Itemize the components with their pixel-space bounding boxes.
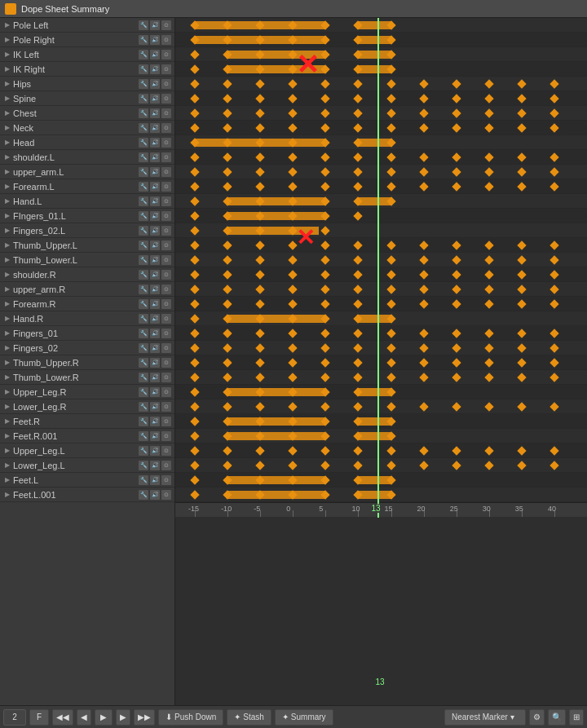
bone-icon-restrict[interactable]: ⊙ <box>161 196 171 206</box>
bone-icon-speaker[interactable]: 🔊 <box>150 94 160 104</box>
keyframe-diamond[interactable] <box>452 108 461 117</box>
expand-arrow[interactable]: ▶ <box>3 388 11 396</box>
keyframe-diamond[interactable] <box>223 461 232 470</box>
bone-icon-speaker[interactable]: 🔊 <box>150 255 160 265</box>
keyframe-diamond[interactable] <box>289 123 298 132</box>
bone-icon-restrict[interactable]: ⊙ <box>161 35 171 45</box>
keyframe-diamond[interactable] <box>517 329 526 338</box>
bone-icon-speaker[interactable]: 🔊 <box>150 343 160 353</box>
expand-arrow[interactable]: ▶ <box>3 183 11 191</box>
keyframe-diamond[interactable] <box>321 270 330 279</box>
expand-arrow[interactable]: ▶ <box>3 447 11 455</box>
keyframe-diamond[interactable] <box>354 329 363 338</box>
expand-arrow[interactable]: ▶ <box>3 417 11 426</box>
keyframe-diamond[interactable] <box>452 182 461 191</box>
bone-icon-restrict[interactable]: ⊙ <box>161 123 171 133</box>
expand-arrow[interactable]: ▶ <box>3 227 11 235</box>
bone-icon-wrench[interactable]: 🔧 <box>139 255 148 265</box>
bone-icon-speaker[interactable]: 🔊 <box>150 240 160 250</box>
bone-icon-wrench[interactable]: 🔧 <box>139 431 148 441</box>
bone-icon-restrict[interactable]: ⊙ <box>161 329 171 338</box>
bone-icon-restrict[interactable]: ⊙ <box>161 211 171 221</box>
keyframe-diamond[interactable] <box>386 373 395 382</box>
keyframe-diamond[interactable] <box>256 182 265 191</box>
keyframe-diamond[interactable] <box>256 446 265 455</box>
keyframe-diamond[interactable] <box>386 285 395 293</box>
keyframe-diamond[interactable] <box>419 94 428 103</box>
keyframe-diamond[interactable] <box>256 255 265 264</box>
bone-item[interactable]: ▶ Head 🔧 🔊 ⊙ <box>0 135 174 150</box>
bone-item[interactable]: ▶ Feet.R.001 🔧 🔊 ⊙ <box>0 429 174 443</box>
bone-item[interactable]: ▶ shoulder.L 🔧 🔊 ⊙ <box>0 150 174 165</box>
bone-icon-restrict[interactable]: ⊙ <box>161 358 171 368</box>
keyframe-diamond[interactable] <box>223 299 232 308</box>
keyframe-diamond[interactable] <box>256 108 265 117</box>
keyframe-diamond[interactable] <box>484 446 493 455</box>
keyframe-diamond[interactable] <box>190 123 199 132</box>
prev-keyframe-btn[interactable]: ◀ <box>77 709 91 726</box>
bone-icon-speaker[interactable]: 🔊 <box>150 490 160 500</box>
bone-item[interactable]: ▶ Thumb_Upper.L 🔧 🔊 ⊙ <box>0 238 174 253</box>
timeline-row[interactable] <box>175 311 587 326</box>
keyframe-diamond[interactable] <box>256 79 265 88</box>
keyframe-diamond[interactable] <box>256 343 265 352</box>
bone-icon-restrict[interactable]: ⊙ <box>161 314 171 324</box>
keyframe-diamond[interactable] <box>223 402 232 411</box>
keyframe-diamond[interactable] <box>256 285 265 293</box>
bone-icon-speaker[interactable]: 🔊 <box>150 35 160 45</box>
bone-icon-restrict[interactable]: ⊙ <box>161 285 171 294</box>
keyframe-diamond[interactable] <box>223 270 232 279</box>
keyframe-diamond[interactable] <box>452 402 461 411</box>
bone-icon-speaker[interactable]: 🔊 <box>150 64 160 74</box>
keyframe-diamond[interactable] <box>321 94 330 103</box>
bone-icon-restrict[interactable]: ⊙ <box>161 108 171 118</box>
bone-icon-wrench[interactable]: 🔧 <box>139 196 148 206</box>
timeline-row[interactable] <box>175 209 587 223</box>
bone-icon-speaker[interactable]: 🔊 <box>150 475 160 485</box>
bone-icon-wrench[interactable]: 🔧 <box>139 108 148 118</box>
keyframe-diamond[interactable] <box>517 270 526 279</box>
bone-icon-restrict[interactable]: ⊙ <box>161 490 171 500</box>
bone-icon-speaker[interactable]: 🔊 <box>150 138 160 148</box>
bone-icon-restrict[interactable]: ⊙ <box>161 373 171 382</box>
expand-arrow[interactable]: ▶ <box>3 241 11 249</box>
keyframe-diamond[interactable] <box>484 255 493 264</box>
keyframe-diamond[interactable] <box>386 152 395 161</box>
keyframe-diamond[interactable] <box>289 94 298 103</box>
bone-icon-speaker[interactable]: 🔊 <box>150 431 160 441</box>
keyframe-diamond[interactable] <box>484 461 493 470</box>
keyframe-diamond[interactable] <box>190 343 199 352</box>
bone-icon-speaker[interactable]: 🔊 <box>150 152 160 162</box>
keyframe-diamond[interactable] <box>452 167 461 176</box>
timeline-row[interactable] <box>175 443 587 458</box>
bone-item[interactable]: ▶ Fingers_01 🔧 🔊 ⊙ <box>0 326 174 341</box>
keyframe-diamond[interactable] <box>484 329 493 338</box>
expand-arrow[interactable]: ▶ <box>3 197 11 205</box>
keyframe-diamond[interactable] <box>419 270 428 279</box>
keyframe-diamond[interactable] <box>386 270 395 279</box>
timeline-row[interactable] <box>175 223 587 238</box>
timeline-row[interactable] <box>175 414 587 429</box>
keyframe-diamond[interactable] <box>354 182 363 191</box>
bone-item[interactable]: ▶ Lower_Leg.R 🔧 🔊 ⊙ <box>0 399 174 414</box>
expand-arrow[interactable]: ▶ <box>3 36 11 44</box>
keyframe-diamond[interactable] <box>484 79 493 88</box>
bone-icon-wrench[interactable]: 🔧 <box>139 50 148 60</box>
keyframe-diamond[interactable] <box>256 152 265 161</box>
keyframe-diamond[interactable] <box>419 285 428 293</box>
bone-icon-wrench[interactable]: 🔧 <box>139 417 148 426</box>
bone-item[interactable]: ▶ Fingers_02 🔧 🔊 ⊙ <box>0 341 174 355</box>
keyframe-diamond[interactable] <box>289 446 298 455</box>
keyframe-diamond[interactable] <box>419 167 428 176</box>
keyframe-diamond[interactable] <box>386 461 395 470</box>
expand-arrow[interactable]: ▶ <box>3 21 11 29</box>
keyframe-diamond[interactable] <box>190 431 199 440</box>
keyframe-diamond[interactable] <box>321 255 330 264</box>
expand-arrow[interactable]: ▶ <box>3 95 11 103</box>
keyframe-diamond[interactable] <box>190 94 199 103</box>
timeline-row[interactable] <box>175 297 587 311</box>
bone-icon-wrench[interactable]: 🔧 <box>139 94 148 104</box>
bone-icon-restrict[interactable]: ⊙ <box>161 299 171 309</box>
bone-item[interactable]: ▶ Spine 🔧 🔊 ⊙ <box>0 91 174 106</box>
bone-icon-restrict[interactable]: ⊙ <box>161 226 171 236</box>
